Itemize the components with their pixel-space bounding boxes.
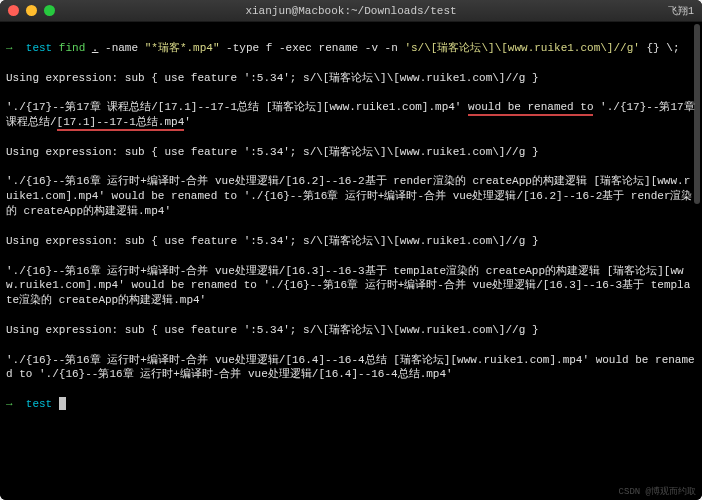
command-line: → test find . -name "*瑞客*.mp4" -type f -… [6, 41, 696, 56]
out-l2d-underline: [17.1]--17-1总结.mp4 [57, 116, 185, 131]
prompt-line: → test [6, 397, 696, 412]
cmd-semi: \; [666, 42, 679, 54]
maximize-icon[interactable] [44, 5, 55, 16]
output-expr-2: Using expression: sub { use feature ':5.… [6, 145, 696, 160]
cmd-v-flag: -v [365, 42, 378, 54]
cmd-find: find [59, 42, 85, 54]
out-l2a: './{17}--第17章 课程总结/[17.1]--17-1总结 [瑞客论坛]… [6, 101, 468, 113]
prompt-arrow-icon: → [6, 398, 13, 410]
cmd-exec-flag: -exec [279, 42, 312, 54]
prompt-cwd: test [26, 398, 52, 410]
traffic-lights [8, 5, 55, 16]
output-rename-2: './{16}--第16章 运行时+编译时-合并 vue处理逻辑/[16.2]-… [6, 174, 696, 219]
out-l2e: ' [184, 116, 191, 128]
cmd-sed: 's/\[瑞客论坛\]\[www.ruike1.com\]//g' [404, 42, 639, 54]
prompt-arrow-icon: → [6, 42, 13, 54]
prompt-cwd: test [26, 42, 52, 54]
cmd-name-pattern: "*瑞客*.mp4" [145, 42, 220, 54]
close-icon[interactable] [8, 5, 19, 16]
terminal-window: xianjun@Macbook:~/Downloads/test 飞翔1 → t… [0, 0, 702, 500]
output-expr-3: Using expression: sub { use feature ':5.… [6, 234, 696, 249]
cmd-dot: . [92, 42, 99, 54]
cmd-name-flag: -name [105, 42, 138, 54]
output-rename-3: './{16}--第16章 运行时+编译时-合并 vue处理逻辑/[16.3]-… [6, 264, 696, 309]
status-right: 飞翔1 [668, 4, 694, 18]
cmd-type-flag: -type [226, 42, 259, 54]
watermark: CSDN @博观而约取 [619, 485, 696, 498]
cmd-braces: {} [646, 42, 659, 54]
cursor-icon [59, 397, 66, 410]
output-rename-1: './{17}--第17章 课程总结/[17.1]--17-1总结 [瑞客论坛]… [6, 100, 696, 130]
cmd-n-flag: -n [385, 42, 398, 54]
cmd-rename: rename [319, 42, 359, 54]
out-l2b-underline: would be renamed to [468, 101, 593, 116]
output-expr-4: Using expression: sub { use feature ':5.… [6, 323, 696, 338]
titlebar: xianjun@Macbook:~/Downloads/test 飞翔1 [0, 0, 702, 22]
scrollbar[interactable] [694, 24, 700, 204]
minimize-icon[interactable] [26, 5, 37, 16]
output-rename-4: './{16}--第16章 运行时+编译时-合并 vue处理逻辑/[16.4]-… [6, 353, 696, 383]
terminal-body[interactable]: → test find . -name "*瑞客*.mp4" -type f -… [0, 22, 702, 500]
cmd-type-val: f [266, 42, 273, 54]
output-expr-1: Using expression: sub { use feature ':5.… [6, 71, 696, 86]
window-title: xianjun@Macbook:~/Downloads/test [0, 5, 702, 17]
